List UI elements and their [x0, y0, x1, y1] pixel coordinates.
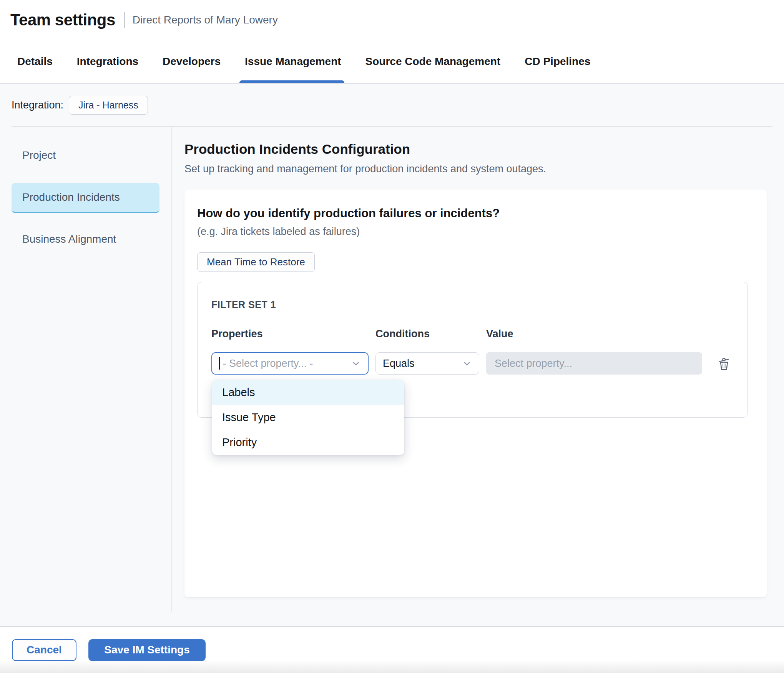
question-hint: (e.g. Jira tickets labeled as failures)	[197, 226, 754, 238]
page-title: Team settings	[10, 11, 115, 29]
tab-developers[interactable]: Developers	[163, 40, 221, 83]
conditions-column-header: Conditions	[375, 328, 479, 340]
condition-select-value: Equals	[383, 358, 415, 370]
tab-bar: Details Integrations Developers Issue Ma…	[0, 40, 784, 84]
integration-row: Integration: Jira - Harness	[0, 84, 784, 126]
sidebar-item-business-alignment[interactable]: Business Alignment	[12, 225, 159, 255]
header-subtitle: Direct Reports of Mary Lowery	[133, 14, 278, 26]
integration-chip[interactable]: Jira - Harness	[69, 96, 148, 115]
page-header: Team settings Direct Reports of Mary Low…	[0, 0, 784, 40]
save-im-settings-button[interactable]: Save IM Settings	[88, 639, 206, 661]
value-column-header: Value	[486, 328, 702, 340]
section-subtitle: Set up tracking and management for produ…	[184, 163, 767, 175]
property-select-placeholder: - Select property... -	[223, 358, 313, 370]
tab-integrations[interactable]: Integrations	[77, 40, 138, 83]
delete-filter-button[interactable]	[715, 354, 733, 373]
sidebar-item-production-incidents[interactable]: Production Incidents	[12, 183, 159, 213]
filter-set-card: FILTER SET 1 Properties Conditions Value…	[197, 282, 748, 418]
header-divider	[124, 12, 125, 28]
integration-label: Integration:	[12, 99, 63, 111]
content-region: Integration: Jira - Harness Project Prod…	[0, 84, 784, 626]
sidebar-item-project[interactable]: Project	[12, 141, 159, 171]
tab-cd-pipelines[interactable]: CD Pipelines	[525, 40, 590, 83]
dropdown-option-issue-type[interactable]: Issue Type	[212, 405, 404, 430]
value-input[interactable]	[486, 352, 702, 375]
trash-icon	[717, 356, 731, 371]
question-title: How do you identify production failures …	[197, 207, 754, 220]
tab-issue-management[interactable]: Issue Management	[245, 40, 341, 83]
filter-set-title: FILTER SET 1	[211, 299, 734, 310]
dropdown-option-labels[interactable]: Labels	[212, 380, 404, 405]
team-settings-page: Team settings Direct Reports of Mary Low…	[0, 0, 784, 673]
dropdown-option-priority[interactable]: Priority	[212, 430, 404, 455]
incidents-config-card: How do you identify production failures …	[184, 190, 767, 597]
text-caret	[219, 357, 220, 370]
condition-select[interactable]: Equals	[375, 352, 479, 375]
tab-source-code-management[interactable]: Source Code Management	[365, 40, 501, 83]
settings-sidebar: Project Production Incidents Business Al…	[0, 127, 172, 626]
property-dropdown: Labels Issue Type Priority	[212, 380, 404, 455]
chevron-down-icon	[462, 358, 472, 368]
properties-column-header: Properties	[211, 328, 369, 340]
property-select[interactable]: - Select property... -	[211, 352, 369, 375]
chevron-down-icon	[351, 358, 361, 368]
mean-time-to-restore-chip[interactable]: Mean Time to Restore	[197, 252, 315, 272]
footer-actions: Cancel Save IM Settings	[0, 626, 784, 673]
section-title: Production Incidents Configuration	[184, 142, 767, 157]
cancel-button[interactable]: Cancel	[12, 639, 76, 661]
tab-details[interactable]: Details	[17, 40, 53, 83]
main-panel: Production Incidents Configuration Set u…	[172, 127, 784, 626]
